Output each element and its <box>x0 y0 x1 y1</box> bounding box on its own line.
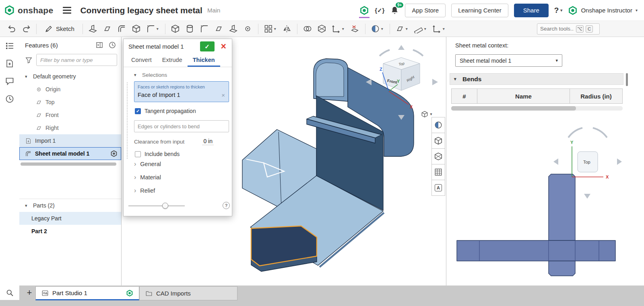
edges-selection-field[interactable]: Edges or cylinders to bend <box>134 120 229 132</box>
tangent-propagation-row[interactable]: ✓ Tangent propagation <box>135 108 228 114</box>
history-icon[interactable] <box>0 90 19 108</box>
onshape-logo[interactable]: onshape <box>4 5 53 16</box>
tangent-propagation-checkbox[interactable]: ✓ <box>135 108 141 114</box>
flat-vertical-web[interactable] <box>549 174 575 240</box>
mirror-icon[interactable] <box>280 23 294 35</box>
bends-vertical-scrollbar[interactable] <box>626 73 628 86</box>
tree-group-parts[interactable]: ▾ Parts (2) <box>19 199 121 212</box>
shading-mode-icon[interactable] <box>431 117 445 133</box>
annotations-icon[interactable]: A <box>431 180 445 196</box>
flat-horizontal-band[interactable] <box>457 240 615 261</box>
dialog-help-icon[interactable]: ? <box>223 202 230 209</box>
tree-item-origin[interactable]: Origin <box>19 83 121 96</box>
sheet-metal-context-dropdown[interactable]: Sheet metal model 1 ▾ <box>455 54 562 67</box>
active-document-icon[interactable] <box>359 4 369 16</box>
rotate-arc-left[interactable] <box>380 50 390 56</box>
tree-item-right-plane[interactable]: Right <box>19 121 121 134</box>
plane-tool-icon[interactable] <box>393 23 407 35</box>
feature-filter-input[interactable] <box>36 54 117 66</box>
shell-icon[interactable] <box>227 23 240 35</box>
rotate-arc-right[interactable] <box>593 128 607 138</box>
tree-item-import-1[interactable]: Import 1 <box>19 134 121 147</box>
tab-convert[interactable]: Convert <box>126 54 157 67</box>
chevron-down-icon[interactable]: ▾ <box>381 27 386 31</box>
chevron-expanded-icon[interactable]: ▾ <box>25 74 30 79</box>
clearance-value-input[interactable]: 0 in <box>202 138 214 145</box>
flat-pattern-toggle-icon[interactable] <box>431 164 445 180</box>
opacity-slider-track[interactable] <box>128 205 185 206</box>
draft-icon[interactable] <box>212 23 226 35</box>
notifications-bell-icon[interactable]: 9+ <box>390 6 399 15</box>
comments-icon[interactable] <box>0 72 19 90</box>
material-section-header[interactable]: › Material <box>134 170 229 184</box>
main-menu-icon[interactable] <box>63 7 71 14</box>
part-item-legacy-part[interactable]: Legacy Part <box>19 212 121 225</box>
learning-center-button[interactable]: Learning Center <box>451 4 508 17</box>
chevron-expanded-icon[interactable]: ▾ <box>25 203 30 208</box>
chevron-down-icon[interactable]: ▾ <box>424 27 429 31</box>
fillet-icon[interactable] <box>198 23 211 35</box>
rotate-arc-left[interactable] <box>568 128 582 138</box>
help-menu[interactable]: ? ▾ <box>554 6 563 15</box>
faces-selection-field[interactable]: Faces or sketch regions to thicken Face … <box>134 81 229 102</box>
hole-icon[interactable] <box>241 23 255 35</box>
flat-bottom-tab[interactable] <box>549 261 575 276</box>
features-scrollbar[interactable] <box>21 162 116 166</box>
tree-item-sheet-metal-model-1[interactable]: Sheet metal model 1 <box>19 147 121 160</box>
measure-icon[interactable] <box>412 23 425 35</box>
insert-document-icon[interactable] <box>0 55 19 72</box>
tab-tool-icon[interactable] <box>130 23 143 35</box>
section-view-icon[interactable] <box>431 148 445 164</box>
include-bends-row[interactable]: Include bends <box>135 151 228 157</box>
workspace-label[interactable]: Main <box>207 7 221 14</box>
redo-button[interactable] <box>19 23 33 35</box>
tree-item-top-plane[interactable]: Top <box>19 96 121 109</box>
account-menu[interactable]: Onshape Instructor ▾ <box>568 6 638 15</box>
accept-button[interactable]: ✓ <box>200 41 215 51</box>
flat-pattern-canvas[interactable]: Top Y X <box>446 113 644 285</box>
dock-panel-icon[interactable] <box>95 41 103 49</box>
add-tab-button[interactable]: + <box>23 286 35 299</box>
corner-tool-icon[interactable] <box>144 23 158 35</box>
bends-section-header[interactable]: ▾ Bends <box>450 73 623 85</box>
search-tools-field[interactable]: C <box>537 23 600 35</box>
isometric-view-icon[interactable] <box>431 133 445 149</box>
extrude-icon[interactable] <box>169 23 182 35</box>
split-icon[interactable] <box>315 23 329 35</box>
boolean-icon[interactable] <box>301 23 314 35</box>
chevron-down-icon[interactable]: ▾ <box>406 27 411 31</box>
delete-face-icon[interactable] <box>348 23 362 35</box>
app-store-button[interactable]: App Store <box>405 4 446 17</box>
sketch-button[interactable]: Sketch <box>40 23 79 35</box>
clear-selection-icon[interactable]: × <box>221 92 225 98</box>
flange-icon[interactable] <box>101 23 114 35</box>
tab-part-studio-1[interactable]: Part Studio 1 <box>35 286 139 300</box>
relief-section-header[interactable]: › Relief <box>134 184 229 197</box>
tree-group-default-geometry[interactable]: ▾ Default geometry <box>19 70 121 83</box>
part-top-flange-inner[interactable] <box>316 63 344 97</box>
sheet-metal-model-icon[interactable] <box>86 23 100 35</box>
revolve-icon[interactable] <box>183 23 197 35</box>
mate-connector-icon[interactable] <box>430 23 444 35</box>
filter-funnel-icon[interactable] <box>25 56 33 64</box>
chevron-down-icon[interactable]: ▾ <box>342 27 347 31</box>
search-tabs-icon[interactable] <box>0 285 19 300</box>
cancel-button[interactable]: × <box>219 42 228 51</box>
chevron-down-icon[interactable]: ▾ <box>157 27 162 31</box>
bends-horizontal-scrollbar[interactable] <box>451 106 623 111</box>
general-section-header[interactable]: › General <box>134 157 229 170</box>
selections-section-header[interactable]: ▾ Selections <box>134 70 229 81</box>
linear-pattern-icon[interactable] <box>262 23 275 35</box>
rotate-arc-right[interactable] <box>413 50 423 56</box>
search-tools-input[interactable] <box>540 26 574 32</box>
appearance-icon[interactable] <box>369 23 382 35</box>
tab-thicken[interactable]: Thicken <box>188 54 220 67</box>
opacity-slider-thumb[interactable] <box>162 203 168 209</box>
tab-cad-imports[interactable]: CAD Imports <box>139 286 237 300</box>
tab-extrude[interactable]: Extrude <box>157 54 188 67</box>
flat-pattern-view[interactable]: Top Y X <box>446 113 644 285</box>
undo-button[interactable] <box>5 23 19 35</box>
bend-icon[interactable] <box>115 23 129 35</box>
tree-item-front-plane[interactable]: Front <box>19 109 121 121</box>
include-bends-checkbox[interactable] <box>135 151 141 157</box>
